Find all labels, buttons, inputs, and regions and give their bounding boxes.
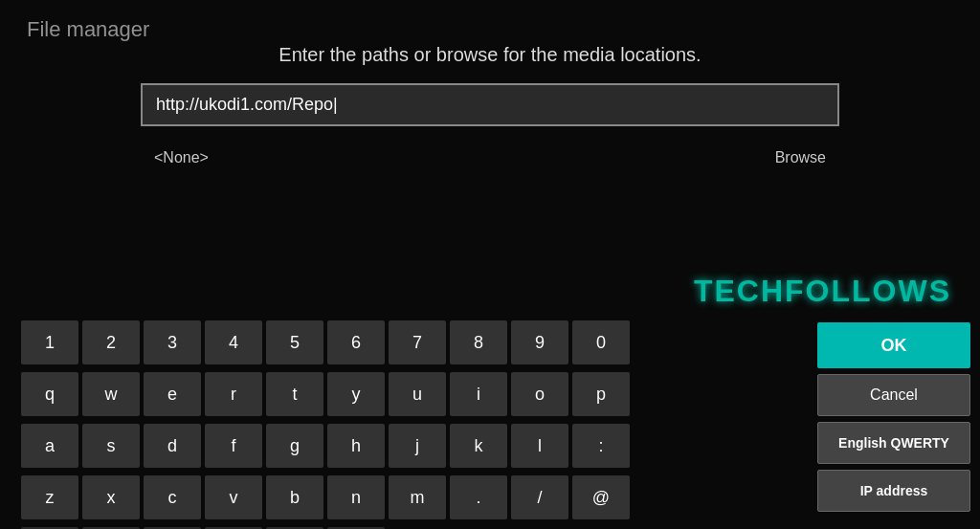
- key-2[interactable]: 2: [82, 320, 140, 364]
- key-m[interactable]: m: [389, 475, 446, 519]
- key-colon[interactable]: :: [572, 424, 630, 468]
- key-z[interactable]: z: [21, 475, 78, 519]
- keyboard-row-special: #+= ⇧ ↑ ◀ ▶ ⌫: [19, 525, 789, 529]
- key-n[interactable]: n: [327, 475, 385, 519]
- none-label: <None>: [154, 149, 209, 166]
- key-1[interactable]: 1: [21, 320, 78, 364]
- browse-label[interactable]: Browse: [775, 149, 826, 166]
- key-v[interactable]: v: [205, 475, 262, 519]
- keyboard-row-qwerty: q w e r t y u i o p: [19, 370, 789, 418]
- url-input-wrapper: [141, 83, 839, 126]
- key-o[interactable]: o: [511, 372, 568, 416]
- key-w[interactable]: w: [82, 372, 140, 416]
- key-s[interactable]: s: [82, 424, 140, 468]
- ok-button[interactable]: OK: [817, 322, 970, 368]
- key-q[interactable]: q: [21, 372, 78, 416]
- keyboard-row-zxcv: z x c v b n m . / @: [19, 474, 789, 521]
- key-slash[interactable]: /: [511, 475, 568, 519]
- key-j[interactable]: j: [389, 424, 446, 468]
- key-c[interactable]: c: [144, 475, 201, 519]
- key-4[interactable]: 4: [205, 320, 262, 364]
- key-8[interactable]: 8: [450, 320, 507, 364]
- key-f[interactable]: f: [205, 424, 262, 468]
- keyboard-area: 1 2 3 4 5 6 7 8 9 0 q w e r t y u i o p …: [0, 309, 980, 529]
- key-b[interactable]: b: [266, 475, 323, 519]
- watermark: TECHFOLLOWS: [694, 274, 951, 309]
- key-7[interactable]: 7: [389, 320, 446, 364]
- key-9[interactable]: 9: [511, 320, 568, 364]
- url-input[interactable]: [141, 83, 839, 126]
- keyboard-row-numbers: 1 2 3 4 5 6 7 8 9 0: [19, 319, 789, 366]
- key-0[interactable]: 0: [572, 320, 630, 364]
- key-x[interactable]: x: [82, 475, 140, 519]
- key-u[interactable]: u: [389, 372, 446, 416]
- key-a[interactable]: a: [21, 424, 78, 468]
- keyboard-type-button[interactable]: English QWERTY: [817, 422, 970, 464]
- key-i[interactable]: i: [450, 372, 507, 416]
- key-t[interactable]: t: [266, 372, 323, 416]
- key-k[interactable]: k: [450, 424, 507, 468]
- key-p[interactable]: p: [572, 372, 630, 416]
- cancel-button[interactable]: Cancel: [817, 374, 970, 416]
- key-at[interactable]: @: [572, 475, 630, 519]
- key-d[interactable]: d: [144, 424, 201, 468]
- key-r[interactable]: r: [205, 372, 262, 416]
- browse-row: <None> Browse: [141, 143, 839, 172]
- side-buttons: OK Cancel English QWERTY IP address: [808, 309, 980, 529]
- key-l[interactable]: l: [511, 424, 568, 468]
- key-3[interactable]: 3: [144, 320, 201, 364]
- key-dot[interactable]: .: [450, 475, 507, 519]
- key-5[interactable]: 5: [266, 320, 323, 364]
- key-e[interactable]: e: [144, 372, 201, 416]
- key-h[interactable]: h: [327, 424, 385, 468]
- keyboard-row-asdf: a s d f g h j k l :: [19, 422, 789, 470]
- key-6[interactable]: 6: [327, 320, 385, 364]
- dialog-subtitle: Enter the paths or browse for the media …: [278, 44, 701, 66]
- keyboard-main: 1 2 3 4 5 6 7 8 9 0 q w e r t y u i o p …: [0, 309, 808, 529]
- ip-address-button[interactable]: IP address: [817, 470, 970, 512]
- key-y[interactable]: y: [327, 372, 385, 416]
- key-g[interactable]: g: [266, 424, 323, 468]
